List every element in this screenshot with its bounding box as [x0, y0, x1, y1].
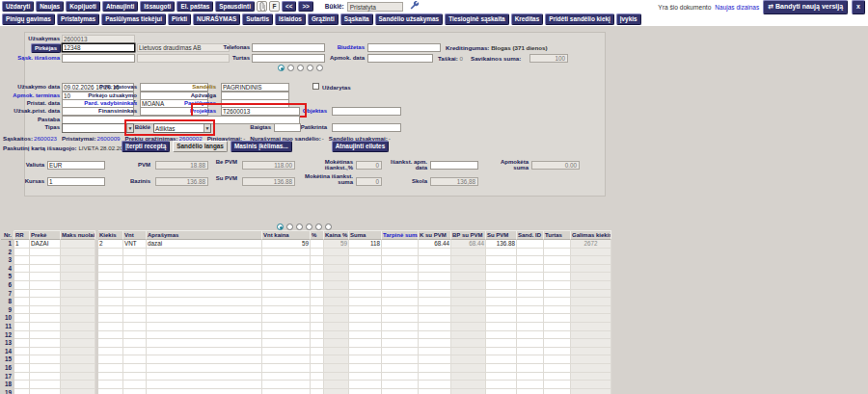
items-table-cell[interactable]: [123, 348, 147, 356]
items-table-cell[interactable]: [571, 323, 611, 331]
items-table-cell[interactable]: [419, 290, 451, 299]
items-table-cell[interactable]: [419, 306, 451, 315]
items-table-cell[interactable]: [382, 281, 419, 290]
items-table-cell[interactable]: 136.88: [486, 240, 517, 249]
items-table-cell[interactable]: [382, 249, 419, 257]
invoice-to-label[interactable]: Sąsk. išrašoma: [2, 55, 60, 61]
items-table-cell[interactable]: [98, 389, 123, 394]
warehouse-input[interactable]: PAGRINDINIS: [221, 83, 289, 92]
items-table-cell[interactable]: [451, 355, 486, 364]
items-table-cell[interactable]: 2: [98, 240, 123, 249]
items-table-cell[interactable]: [486, 265, 517, 274]
items-table-cell[interactable]: [147, 331, 262, 340]
items-table-cell[interactable]: [544, 306, 571, 315]
doc-button-sandėlio-užsakymas[interactable]: Sandėlio užsakymas: [375, 13, 444, 25]
items-table-cell[interactable]: [349, 273, 382, 281]
items-table-cell[interactable]: [349, 373, 382, 381]
items-table-cell[interactable]: [517, 323, 544, 331]
items-table-cell[interactable]: [14, 339, 30, 348]
items-table-cell[interactable]: [123, 273, 147, 281]
view-radio[interactable]: [278, 65, 285, 71]
customer-button[interactable]: Pirkėjas: [31, 43, 61, 53]
items-table-cell[interactable]: [61, 348, 95, 356]
items-table-cell[interactable]: [349, 249, 382, 257]
items-table-cell[interactable]: [30, 323, 61, 331]
warehouse-label[interactable]: Sandėlis: [158, 84, 216, 90]
items-table-cell[interactable]: [571, 331, 611, 340]
items-table-cell[interactable]: [311, 240, 324, 249]
doc-button-sutartis[interactable]: Sutartis: [242, 13, 273, 25]
items-table-cell[interactable]: [544, 290, 571, 299]
items-table-cell[interactable]: 68.44: [451, 240, 486, 249]
items-table-cell[interactable]: [544, 373, 571, 381]
items-table-cell[interactable]: [147, 273, 262, 281]
items-table-cell[interactable]: [123, 249, 147, 257]
items-table-cell[interactable]: [61, 323, 95, 331]
closed-checkbox[interactable]: [312, 83, 319, 90]
items-table-cell[interactable]: [61, 306, 95, 315]
items-table-cell[interactable]: [517, 298, 544, 306]
items-table-cell[interactable]: [30, 265, 61, 274]
items-table-cell[interactable]: [571, 306, 611, 315]
doc-button-pristatymas[interactable]: Pristatymas: [57, 13, 99, 25]
new-design-link[interactable]: Naujas dizainas: [715, 4, 759, 11]
items-table-cell[interactable]: [262, 389, 311, 394]
items-table-cell[interactable]: [382, 373, 419, 381]
items-table-cell[interactable]: [262, 323, 311, 331]
doc-button-kreditas[interactable]: Kreditas: [511, 13, 544, 25]
items-table-cell[interactable]: [311, 323, 324, 331]
items-table-cell[interactable]: [451, 314, 486, 323]
items-table-cell[interactable]: [451, 381, 486, 389]
toolbar-button-kopijuoti[interactable]: Kopijuoti: [66, 1, 100, 13]
items-table-cell[interactable]: DAZAI: [30, 240, 61, 249]
items-table-cell[interactable]: [544, 256, 571, 265]
items-table-cell[interactable]: [349, 281, 382, 290]
items-table-cell[interactable]: [147, 290, 262, 299]
items-table-cell[interactable]: [262, 306, 311, 315]
items-table-cell[interactable]: [14, 256, 30, 265]
items-table-cell[interactable]: [30, 298, 61, 306]
items-table-cell[interactable]: [517, 389, 544, 394]
items-table-cell[interactable]: [262, 265, 311, 274]
items-table-cell[interactable]: [571, 355, 611, 364]
items-table-cell[interactable]: [262, 273, 311, 281]
next-document-button[interactable]: >>: [298, 1, 312, 13]
items-table-cell[interactable]: [14, 389, 30, 394]
items-table-cell[interactable]: [14, 306, 30, 315]
items-table-cell[interactable]: [571, 348, 611, 356]
items-table-cell[interactable]: [98, 281, 123, 290]
items-table-cell[interactable]: 59: [324, 240, 349, 249]
items-table-cell[interactable]: [349, 389, 382, 394]
forum-button[interactable]: F: [269, 1, 280, 12]
items-table-cell[interactable]: [311, 265, 324, 274]
items-table-cell[interactable]: [324, 381, 349, 389]
settings-wrench-icon[interactable]: [410, 1, 420, 12]
items-table-cell[interactable]: [517, 373, 544, 381]
items-table-cell[interactable]: 68.44: [419, 240, 451, 249]
items-table-cell[interactable]: [419, 381, 451, 389]
items-table-cell[interactable]: [262, 373, 311, 381]
items-table-cell[interactable]: [544, 355, 571, 364]
items-table-cell[interactable]: [324, 256, 349, 265]
items-table-cell[interactable]: [98, 265, 123, 274]
items-table-cell[interactable]: [517, 364, 544, 373]
items-table-cell[interactable]: [30, 281, 61, 290]
items-table-cell[interactable]: [311, 348, 324, 356]
view-radio[interactable]: [297, 65, 304, 71]
items-table-cell[interactable]: [486, 273, 517, 281]
items-table-cell[interactable]: [571, 381, 611, 389]
items-table-cell[interactable]: [419, 373, 451, 381]
items-table-cell[interactable]: [311, 273, 324, 281]
items-table-cell[interactable]: [419, 265, 451, 274]
items-table-cell[interactable]: [544, 364, 571, 373]
project-label[interactable]: Projektas: [158, 108, 216, 114]
row-action-masinis-įkėlimas[interactable]: Masinis įkėlimas...: [231, 141, 292, 152]
toolbar-button-el-paštas[interactable]: El. paštas: [176, 1, 213, 13]
items-table-cell[interactable]: [147, 306, 262, 315]
items-table-cell[interactable]: [14, 381, 30, 389]
items-table-cell[interactable]: [486, 355, 517, 364]
items-table-cell[interactable]: [382, 298, 419, 306]
items-table-cell[interactable]: [571, 256, 611, 265]
items-table-cell[interactable]: [311, 306, 324, 315]
items-table-cell[interactable]: [486, 306, 517, 315]
